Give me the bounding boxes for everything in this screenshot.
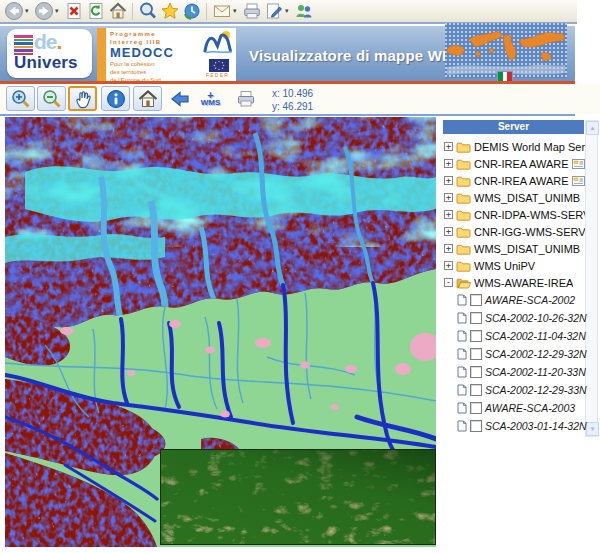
add-wms-button[interactable]: + WMS	[196, 86, 225, 111]
layer-checkbox[interactable]	[470, 420, 482, 432]
medocc-logo[interactable]: Programme Interreg IIIB MEDOCC Pour la c…	[97, 28, 236, 81]
legend-icon[interactable]	[572, 159, 585, 169]
pan-button[interactable]	[68, 86, 97, 111]
layer-item[interactable]: SCA-2002-11-20-33N	[444, 363, 585, 381]
map-canvas[interactable]	[5, 117, 436, 547]
layer-page-icon	[457, 348, 467, 360]
print-icon[interactable]	[241, 1, 262, 21]
medocc-m-icon	[202, 30, 234, 54]
expand-icon[interactable]: +	[444, 261, 453, 270]
scroll-up-button[interactable]: ▲	[586, 121, 599, 135]
search-icon[interactable]	[137, 1, 158, 21]
expand-icon[interactable]: +	[444, 244, 453, 253]
home-icon[interactable]	[107, 1, 128, 21]
refresh-icon[interactable]	[85, 1, 106, 21]
server-item-aware-irea[interactable]: - WMS-AWARE-IREA	[444, 274, 585, 291]
zoom-in-button[interactable]	[6, 86, 35, 111]
layer-label[interactable]: SCA-2002-11-04-32N	[485, 330, 586, 342]
folder-icon	[456, 243, 471, 255]
server-panel-header: Server	[443, 120, 584, 134]
folder-icon	[456, 158, 471, 170]
server-item-demis[interactable]: + DEMIS World Map Server	[444, 138, 585, 155]
server-label[interactable]: WMS-AWARE-IREA	[474, 277, 573, 289]
layer-label[interactable]: SCA-2002-12-29-33N	[485, 384, 587, 396]
ideunivers-logo[interactable]: de . Univers	[7, 29, 92, 78]
legend-icon[interactable]	[572, 176, 585, 186]
back-extent-button[interactable]	[165, 86, 194, 111]
folder-icon	[456, 192, 471, 204]
home-button[interactable]	[133, 86, 162, 111]
history-icon[interactable]	[181, 1, 202, 21]
layer-label[interactable]: SCA-2002-10-26-32N	[485, 312, 587, 324]
edit-icon[interactable]	[263, 1, 284, 21]
expand-icon[interactable]: +	[444, 227, 453, 236]
expand-icon[interactable]: +	[444, 193, 453, 202]
page-title: Visualizzatore di mappe WMS	[249, 47, 465, 64]
layer-checkbox[interactable]	[470, 348, 482, 360]
layer-item[interactable]: SCA-2002-12-29-32N	[444, 345, 585, 363]
scroll-down-button[interactable]: ▼	[586, 422, 599, 436]
stop-icon[interactable]	[63, 1, 84, 21]
layer-item[interactable]: AWARE-SCA-2003	[444, 399, 585, 417]
server-item-aware-tif[interactable]: + CNR-IREA AWARE TIF	[444, 155, 585, 172]
layer-item[interactable]: SCA-2003-01-14-32N	[444, 417, 585, 435]
zoom-out-button[interactable]	[37, 86, 66, 111]
layer-label[interactable]: SCA-2002-12-29-32N	[485, 348, 587, 360]
layer-label[interactable]: AWARE-SCA-2003	[485, 402, 575, 414]
server-label[interactable]: CNR-IDPA-WMS-SERVER	[474, 209, 585, 221]
layer-item[interactable]: SCA-2002-11-04-32N	[444, 327, 585, 345]
edit-dropdown-icon[interactable]: ▾	[285, 7, 292, 15]
layer-item[interactable]: SCA-2002-12-29-33N	[444, 381, 585, 399]
folder-icon	[456, 141, 471, 153]
favorites-icon[interactable]	[159, 1, 180, 21]
layer-page-icon	[457, 366, 467, 378]
mail-icon[interactable]	[211, 1, 232, 21]
layer-checkbox[interactable]	[470, 312, 482, 324]
map-raster	[5, 117, 436, 547]
server-label[interactable]: DEMIS World Map Server	[474, 141, 585, 153]
server-label[interactable]: CNR-IGG-WMS-SERVER	[474, 226, 585, 238]
back-dropdown-icon[interactable]: ▾	[25, 7, 32, 15]
server-item-disat-unimib-1[interactable]: + WMS_DISAT_UNIMB	[444, 189, 585, 206]
layer-label[interactable]: SCA-2003-01-14-32N	[485, 420, 587, 432]
collapse-icon[interactable]: -	[444, 278, 453, 287]
expand-icon[interactable]: +	[444, 142, 453, 151]
layer-label[interactable]: SCA-2002-11-20-33N	[485, 366, 586, 378]
layer-page-icon	[457, 330, 467, 342]
layer-page-icon	[457, 402, 467, 414]
layer-checkbox[interactable]	[470, 384, 482, 396]
layer-checkbox[interactable]	[470, 294, 482, 306]
server-label[interactable]: WMS_DISAT_UNIMB	[474, 243, 580, 255]
ide-logo-text: de	[34, 31, 57, 53]
server-item-idpa[interactable]: + CNR-IDPA-WMS-SERVER	[444, 206, 585, 223]
open-folder-icon	[456, 277, 471, 289]
server-item-aware-shp[interactable]: + CNR-IREA AWARE SHP	[444, 172, 585, 189]
layer-checkbox[interactable]	[470, 366, 482, 378]
server-item-igg[interactable]: + CNR-IGG-WMS-SERVER	[444, 223, 585, 240]
toolbar-separator-line	[0, 114, 575, 116]
mail-dropdown-icon[interactable]: ▾	[233, 7, 240, 15]
server-label[interactable]: CNR-IREA AWARE TIF	[474, 158, 569, 170]
back-icon[interactable]	[3, 1, 24, 21]
server-label[interactable]: WMS_DISAT_UNIMB	[474, 192, 580, 204]
server-item-disat-unimib-2[interactable]: + WMS_DISAT_UNIMB	[444, 240, 585, 257]
toolbar-separator	[206, 3, 207, 20]
server-label[interactable]: CNR-IREA AWARE SHP	[474, 175, 569, 187]
layer-label[interactable]: AWARE-SCA-2002	[485, 294, 575, 306]
layer-item[interactable]: AWARE-SCA-2002	[444, 291, 585, 309]
server-label[interactable]: WMS UniPV	[474, 260, 535, 272]
layer-checkbox[interactable]	[470, 330, 482, 342]
layer-item[interactable]: SCA-2002-10-26-32N	[444, 309, 585, 327]
print-map-button[interactable]	[231, 86, 260, 111]
info-button[interactable]	[101, 86, 130, 111]
expand-icon[interactable]: +	[444, 159, 453, 168]
layer-checkbox[interactable]	[470, 402, 482, 414]
expand-icon[interactable]: +	[444, 176, 453, 185]
messenger-icon[interactable]	[293, 1, 314, 21]
eu-flag-icon	[209, 59, 229, 72]
server-item-unipv[interactable]: + WMS UniPV	[444, 257, 585, 274]
forward-icon[interactable]	[33, 1, 54, 21]
expand-icon[interactable]: +	[444, 210, 453, 219]
coordinates-readout: x: 10.496 y: 46.291	[272, 87, 313, 113]
forward-dropdown-icon[interactable]: ▾	[55, 7, 62, 15]
